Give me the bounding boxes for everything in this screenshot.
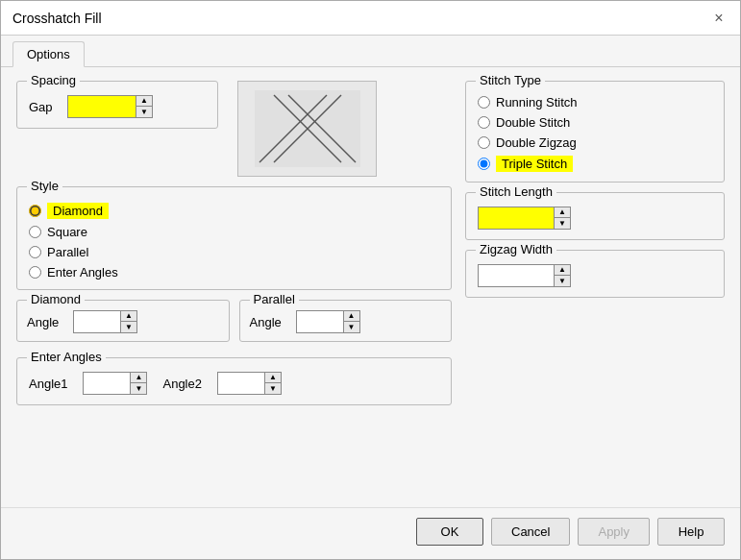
angle2-label: Angle2 xyxy=(162,377,201,391)
gap-label: Gap xyxy=(29,100,58,114)
angle1-spin-down[interactable]: ▼ xyxy=(131,383,146,394)
style-label-square[interactable]: Square xyxy=(47,225,87,239)
close-button[interactable]: × xyxy=(709,9,729,28)
stitch-type-radio-double-zigzag[interactable] xyxy=(478,136,490,149)
stitch-length-row: 3.5 mm ▲ ▼ xyxy=(478,207,712,230)
diamond-angle-input[interactable]: 60 xyxy=(73,310,121,333)
parallel-angle-input[interactable]: 90 xyxy=(296,310,344,333)
spacing-title: Spacing xyxy=(27,73,80,87)
stitch-type-label-double[interactable]: Double Stitch xyxy=(496,115,570,130)
zigzag-width-title: Zigzag Width xyxy=(476,242,556,256)
diamond-angle-row: Angle 60 ▲ ▼ xyxy=(27,310,219,333)
main-row: Spacing Gap 30.0 mm ▲ ▼ xyxy=(16,81,725,494)
tab-bar: Options xyxy=(1,36,740,67)
style-radio-diamond[interactable] xyxy=(29,205,41,217)
tab-options[interactable]: Options xyxy=(12,41,85,67)
zigzag-width-input[interactable]: 0.6 mm xyxy=(478,264,555,287)
stitch-type-running: Running Stitch xyxy=(478,95,712,110)
top-row: Spacing Gap 30.0 mm ▲ ▼ xyxy=(16,81,452,177)
style-title: Style xyxy=(27,179,62,193)
angle1-spinbox: 60 ▲ ▼ xyxy=(83,372,147,395)
parallel-angle-label: Angle xyxy=(250,315,288,329)
style-radio-enter-angles[interactable] xyxy=(29,266,41,279)
stitch-length-title: Stitch Length xyxy=(476,184,556,199)
style-options: Diamond Square Parallel Enter Angle xyxy=(29,203,439,280)
stitch-length-input[interactable]: 3.5 mm xyxy=(478,207,555,230)
angle2-spin-down[interactable]: ▼ xyxy=(265,383,281,394)
style-radio-parallel[interactable] xyxy=(29,246,41,258)
zigzag-width-spin-up[interactable]: ▲ xyxy=(555,265,570,276)
stitch-type-double: Double Stitch xyxy=(478,115,712,130)
style-option-parallel: Parallel xyxy=(29,245,439,259)
stitch-length-spin-down[interactable]: ▼ xyxy=(555,218,570,229)
stitch-type-label-double-zigzag[interactable]: Double Zigzag xyxy=(496,135,577,150)
parallel-angle-row: Angle 90 ▲ ▼ xyxy=(250,310,442,333)
angle1-spin-up[interactable]: ▲ xyxy=(131,373,146,383)
stitch-type-radio-double[interactable] xyxy=(478,116,490,129)
diamond-angle-label: Angle xyxy=(27,315,65,329)
style-label-enter-angles[interactable]: Enter Angles xyxy=(47,265,118,280)
stitch-length-spin-buttons: ▲ ▼ xyxy=(555,207,571,230)
style-label-diamond[interactable]: Diamond xyxy=(47,203,109,219)
angle1-input[interactable]: 60 xyxy=(83,372,131,395)
angle2-spinbox: 120 ▲ ▼ xyxy=(217,372,282,395)
apply-button[interactable]: Apply xyxy=(578,518,650,546)
angle1-label: Angle1 xyxy=(29,377,67,391)
stitch-type-radio-running[interactable] xyxy=(478,96,490,109)
diamond-angle-group: Diamond Angle 60 ▲ ▼ xyxy=(16,300,230,342)
stitch-type-label-triple[interactable]: Triple Stitch xyxy=(496,156,573,172)
stitch-type-radio-triple[interactable] xyxy=(478,158,490,170)
gap-spin-down[interactable]: ▼ xyxy=(136,107,152,117)
angle2-input[interactable]: 120 xyxy=(217,372,265,395)
zigzag-width-group: Zigzag Width 0.6 mm ▲ ▼ xyxy=(465,250,725,298)
crosshatch-fill-dialog: Crosshatch Fill × Options Spacing Gap 30… xyxy=(0,0,741,560)
gap-input[interactable]: 30.0 mm xyxy=(67,95,136,118)
footer: OK Cancel Apply Help xyxy=(1,507,740,559)
zigzag-width-spin-buttons: ▲ ▼ xyxy=(555,264,571,287)
style-option-diamond: Diamond xyxy=(29,203,439,219)
parallel-angle-title: Parallel xyxy=(250,292,299,306)
spacing-row: Gap 30.0 mm ▲ ▼ xyxy=(29,95,206,118)
diamond-angle-spin-buttons: ▲ ▼ xyxy=(121,310,137,333)
stitch-type-triple: Triple Stitch xyxy=(478,156,712,172)
dialog-title: Crosshatch Fill xyxy=(12,11,102,26)
stitch-length-spinbox: 3.5 mm ▲ ▼ xyxy=(478,207,712,230)
left-column: Spacing Gap 30.0 mm ▲ ▼ xyxy=(16,81,452,494)
stitch-type-title: Stitch Type xyxy=(476,73,545,87)
diamond-angle-spinbox: 60 ▲ ▼ xyxy=(73,310,137,333)
parallel-angle-spin-down[interactable]: ▼ xyxy=(344,322,359,332)
diamond-angle-spin-down[interactable]: ▼ xyxy=(121,322,136,332)
enter-angles-title: Enter Angles xyxy=(27,350,106,364)
angle2-spin-up[interactable]: ▲ xyxy=(265,373,281,383)
style-option-enter-angles: Enter Angles xyxy=(29,265,439,280)
parallel-angle-spin-up[interactable]: ▲ xyxy=(344,311,359,322)
angle1-spin-buttons: ▲ ▼ xyxy=(131,372,147,395)
angle2-spin-buttons: ▲ ▼ xyxy=(265,372,282,395)
angle-groups-row: Diamond Angle 60 ▲ ▼ xyxy=(16,300,452,342)
enter-angles-group: Enter Angles Angle1 60 ▲ ▼ Angle2 12 xyxy=(16,357,452,405)
style-option-square: Square xyxy=(29,225,439,239)
zigzag-width-spinbox: 0.6 mm ▲ ▼ xyxy=(478,264,712,287)
spacing-group: Spacing Gap 30.0 mm ▲ ▼ xyxy=(16,81,218,129)
gap-spin-buttons: ▲ ▼ xyxy=(136,95,153,118)
style-label-parallel[interactable]: Parallel xyxy=(47,245,88,259)
diamond-angle-title: Diamond xyxy=(27,292,85,306)
stitch-type-options: Running Stitch Double Stitch Double Zigz… xyxy=(478,95,712,172)
zigzag-width-spin-down[interactable]: ▼ xyxy=(555,276,570,286)
cancel-button[interactable]: Cancel xyxy=(491,518,570,546)
title-bar: Crosshatch Fill × xyxy=(1,1,740,36)
zigzag-width-row: 0.6 mm ▲ ▼ xyxy=(478,264,712,287)
preview-box xyxy=(237,81,377,177)
stitch-length-spin-up[interactable]: ▲ xyxy=(555,207,570,218)
right-column: Stitch Type Running Stitch Double Stitch xyxy=(465,81,725,494)
gap-spinbox: 30.0 mm ▲ ▼ xyxy=(67,95,153,118)
help-button[interactable]: Help xyxy=(657,518,725,546)
style-radio-square[interactable] xyxy=(29,226,41,238)
parallel-angle-spin-buttons: ▲ ▼ xyxy=(344,310,360,333)
stitch-type-label-running[interactable]: Running Stitch xyxy=(496,95,578,110)
parallel-angle-spinbox: 90 ▲ ▼ xyxy=(296,310,360,333)
ok-button[interactable]: OK xyxy=(416,518,483,546)
gap-spin-up[interactable]: ▲ xyxy=(136,96,152,107)
diamond-angle-spin-up[interactable]: ▲ xyxy=(121,311,136,322)
stitch-length-group: Stitch Length 3.5 mm ▲ ▼ xyxy=(465,192,725,240)
